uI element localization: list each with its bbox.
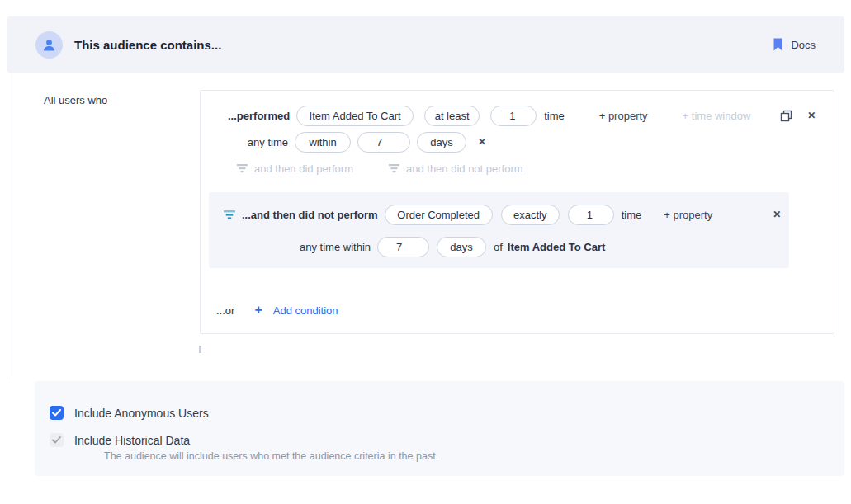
- anonymous-users-row: Include Anonymous Users: [50, 406, 209, 420]
- condition2-anchor-event: Item Added To Cart: [508, 241, 605, 253]
- condition2-close-icon[interactable]: ✕: [773, 210, 781, 219]
- condition2-prefix: ...and then did not perform: [242, 209, 378, 221]
- docs-label: Docs: [791, 39, 816, 51]
- condition2-event-button[interactable]: Order Completed: [385, 205, 493, 225]
- add-condition-row: ...or + Add condition: [216, 299, 338, 321]
- condition1-window-value-input[interactable]: [357, 132, 410, 153]
- anonymous-users-label: Include Anonymous Users: [74, 407, 209, 420]
- condition2-card: ...and then did not perform Order Comple…: [209, 192, 789, 268]
- option-label: and then did not perform: [406, 163, 523, 175]
- condition1-window-unit-button[interactable]: days: [417, 132, 466, 153]
- condition2-window-row: any time within days of Item Added To Ca…: [209, 236, 605, 257]
- historical-data-label: Include Historical Data: [74, 434, 190, 447]
- page-title: This audience contains...: [74, 38, 221, 52]
- option-and-then-did-perform[interactable]: and then did perform: [236, 163, 353, 175]
- option-and-then-did-not-perform[interactable]: and then did not perform: [388, 163, 523, 175]
- condition2-window-value-input[interactable]: [377, 237, 429, 257]
- user-icon: [42, 38, 56, 52]
- sequence-options-row: and then did perform and then did not pe…: [236, 158, 523, 179]
- condition1-add-property[interactable]: + property: [599, 110, 648, 122]
- bookmark-icon: [773, 38, 783, 51]
- condition2-window-unit-button[interactable]: days: [437, 237, 486, 257]
- condition2-operator-button[interactable]: exactly: [501, 205, 560, 225]
- condition1-count-unit: time: [544, 110, 565, 122]
- panel-resize-tick: [199, 346, 201, 353]
- condition1-event-button[interactable]: Item Added To Cart: [296, 106, 414, 126]
- or-label: ...or: [216, 304, 234, 317]
- condition1-count-input[interactable]: [490, 106, 537, 126]
- avatar: [35, 31, 63, 59]
- duplicate-icon[interactable]: [780, 110, 792, 122]
- condition-panel: ...performed Item Added To Cart at least…: [200, 90, 834, 334]
- plus-icon[interactable]: +: [254, 304, 262, 317]
- condition2-window-prefix: any time within: [209, 241, 371, 253]
- condition2-count-unit: time: [622, 209, 642, 221]
- condition1-prefix: ...performed: [228, 110, 290, 122]
- condition2-add-property[interactable]: + property: [664, 209, 712, 221]
- condition1-window-prefix: any time: [228, 136, 288, 148]
- condition1-window-operator-button[interactable]: within: [295, 132, 351, 153]
- filter-icon: [236, 163, 248, 173]
- audience-header: This audience contains... Docs: [7, 16, 844, 73]
- condition2-of-label: of: [494, 241, 503, 253]
- historical-data-row: Include Historical Data: [50, 433, 190, 447]
- historical-data-description: The audience will include users who met …: [104, 450, 438, 462]
- filter-icon-active: [223, 210, 236, 220]
- filter-icon: [388, 163, 400, 173]
- add-condition-link[interactable]: Add condition: [273, 304, 338, 317]
- condition1-window-row: any time within days ✕: [228, 131, 486, 153]
- condition1-window-close-icon[interactable]: ✕: [478, 137, 486, 147]
- all-users-label: All users who: [44, 94, 107, 106]
- check-icon: [52, 409, 61, 417]
- condition2-main-row: ...and then did not perform Order Comple…: [223, 204, 781, 225]
- anonymous-users-checkbox[interactable]: [50, 406, 64, 420]
- condition1-add-time-window: + time window: [683, 110, 751, 122]
- condition2-count-input[interactable]: [568, 205, 614, 225]
- historical-data-checkbox[interactable]: [50, 433, 64, 447]
- content-left-border: [7, 73, 7, 379]
- condition1-close-icon[interactable]: ✕: [807, 111, 816, 120]
- condition1-operator-button[interactable]: at least: [424, 106, 480, 126]
- option-label: and then did perform: [254, 163, 353, 175]
- docs-link[interactable]: Docs: [773, 38, 816, 51]
- check-icon: [52, 436, 61, 444]
- options-card: Include Anonymous Users Include Historic…: [35, 381, 844, 476]
- condition1-main-row: ...performed Item Added To Cart at least…: [228, 105, 816, 126]
